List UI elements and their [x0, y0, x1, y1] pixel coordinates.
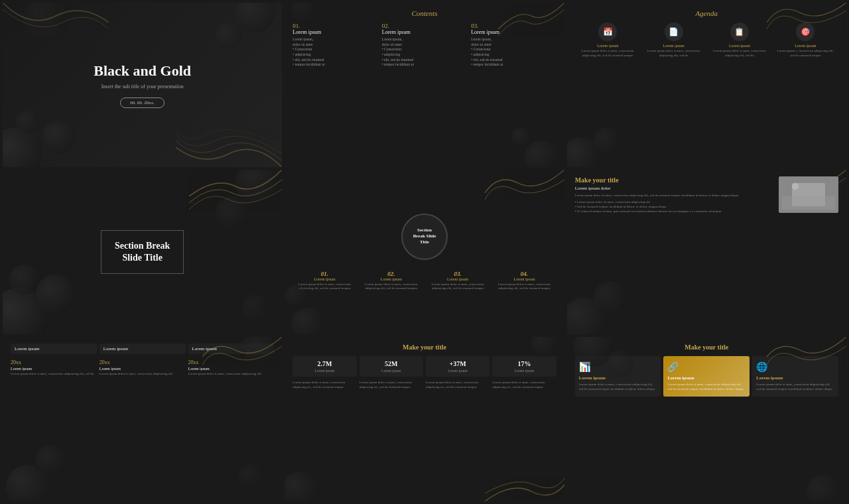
- agenda-text-1: Lorem ipsum dolor st amet, consectetur a…: [579, 49, 637, 58]
- stat-label-3: Lorem ipsum: [428, 369, 487, 373]
- card-title-3: Lorem ipsum: [756, 375, 834, 381]
- agenda-item-3: 📋 Lorem ipsum Lorem ipsum dolor st amet,…: [710, 23, 768, 58]
- stat-card-3: +37M Lorem ipsum: [426, 356, 490, 377]
- stat-label-2: Lorem ipsum: [362, 369, 421, 373]
- agenda-label-3: Lorem ipsum: [729, 44, 750, 48]
- tl-text-2: Lorem ipsum dolor st amet, consectetur a…: [99, 372, 186, 377]
- card-text-3: Lorem ipsum dolor st amet, consectetur a…: [756, 383, 834, 391]
- steps-row: 01. Lorem ipsum Lorem ipsum dolor st ame…: [291, 271, 557, 291]
- make-title: Make your title: [575, 176, 773, 184]
- card-title-2: Lorem ipsum: [667, 375, 746, 381]
- make-bullet-2: Sed do eiusmod tempor incididunt ut labo…: [575, 204, 773, 209]
- step-2-text: Lorem ipsum dolor st amet, consectetur a…: [361, 283, 422, 291]
- col-1-num: 01.: [293, 23, 377, 29]
- card-icon-3: 🌐: [756, 361, 834, 373]
- slide-6-content: Make your title Lorem ipsum dolor Lorem …: [575, 176, 773, 328]
- step-1-num: 01.: [294, 271, 355, 277]
- tl-title-2: Lorem ipsum: [99, 367, 186, 371]
- slide-5: Section Break Slide Title 01. Lorem ipsu…: [285, 170, 564, 334]
- agenda-icon-2: 📄: [665, 23, 683, 41]
- card-1: 📊 Lorem ipsum Lorem ipsum dolor st amet,…: [575, 356, 661, 397]
- slide-1: Black and Gold Insert the sub title of y…: [3, 3, 282, 167]
- stats-col-text-1: Lorem ipsum dolor st amet, consectetur a…: [293, 381, 356, 389]
- col-2-item: Lorem ipsum,dolor sit amet• Consectetur•…: [382, 37, 467, 68]
- col-1-item: Lorem ipsum,dolor sit amet• Consectetur•…: [293, 37, 377, 68]
- card-text-2: Lorem ipsum dolor st amet, consectetur a…: [667, 383, 746, 391]
- stat-label-1: Lorem ipsum: [295, 369, 354, 373]
- stat-label-4: Lorem ipsum: [495, 369, 553, 373]
- slide-9: Make your title 📊 Lorem ipsum Lorem ipsu…: [567, 337, 846, 501]
- stats-row: 2.7M Lorem ipsum 52M Lorem ipsum +37M Lo…: [293, 356, 556, 377]
- agenda-label-1: Lorem ipsum: [597, 44, 618, 48]
- agenda-icon-1: 📅: [598, 23, 617, 41]
- col-2-title: Lorem ipsum: [382, 29, 467, 35]
- make-bullet-1: Lorem ipsum dolor sit amet, consectetur …: [575, 200, 773, 204]
- card-3: 🌐 Lorem ipsum Lorem ipsum dolor st amet,…: [752, 356, 838, 397]
- stats-cols: Lorem ipsum dolor st amet, consectetur a…: [293, 381, 556, 389]
- contents-grid: 01. Lorem ipsum Lorem ipsum,dolor sit am…: [293, 23, 556, 68]
- step-1-title: Lorem ipsum: [294, 277, 355, 281]
- agenda-item-4: 🎯 Lorem ipsum Lorem ipsum t, consectetur…: [777, 23, 834, 58]
- agenda-label-2: Lorem ipsum: [663, 44, 685, 48]
- stats-col-text-3: Lorem ipsum dolor st amet, consectetur a…: [426, 381, 490, 389]
- col-3-num: 03.: [471, 23, 556, 29]
- agenda-text-2: Lorem ipsum dolor st amet, consectetur a…: [645, 49, 702, 58]
- col-2-num: 02.: [382, 23, 467, 29]
- tl-title-1: Lorem ipsum: [11, 367, 97, 371]
- slide-title: Black and Gold: [94, 62, 191, 80]
- tl-year-2: 20xx: [99, 359, 186, 365]
- slide-6-image: [779, 176, 838, 328]
- agenda-label-4: Lorem ipsum: [795, 44, 816, 48]
- make-bullet-3: Ut enim ad minim veniam, quis nostrud ex…: [575, 209, 773, 214]
- agenda-text-4: Lorem ipsum t, consectetur adipiscing el…: [777, 49, 834, 58]
- contents-title: Contents: [293, 9, 556, 17]
- section-break-box: Section Break Slide Title: [101, 230, 184, 274]
- step-2-num: 02.: [361, 271, 422, 277]
- timeline-item-1: 20xx Lorem ipsum Lorem ipsum dolor st am…: [11, 359, 97, 377]
- step-2-title: Lorem ipsum: [361, 277, 422, 281]
- agenda-item-1: 📅 Lorem ipsum Lorem ipsum dolor st amet,…: [579, 23, 637, 58]
- stats-title: Make your title: [293, 344, 556, 351]
- step-1: 01. Lorem ipsum Lorem ipsum dolor st ame…: [294, 271, 355, 291]
- step-1-text: Lorem ipsum dolor st amet, consectetur a…: [294, 283, 355, 291]
- section-circle: Section Break Slide Title: [401, 214, 448, 260]
- step-3-num: 03.: [427, 271, 488, 277]
- card-icon-1: 📊: [579, 361, 657, 373]
- agenda-item-2: 📄 Lorem ipsum Lorem ipsum dolor st amet,…: [645, 23, 702, 58]
- timeline-item-3: 20xx Lorem ipsum Lorem ipsum dolor st am…: [188, 359, 275, 377]
- slide-6: Make your title Lorem ipsum dolor Lorem …: [567, 170, 846, 334]
- slide-2: Contents 01. Lorem ipsum Lorem ipsum,dol…: [285, 3, 564, 167]
- step-4-text: Lorem ipsum dolor st amet, consectetur a…: [493, 283, 555, 291]
- card-text-1: Lorem ipsum dolor st amet, consectetur a…: [579, 383, 657, 391]
- card-2-gold: 🔗 Lorem ipsum Lorem ipsum dolor st amet,…: [663, 356, 750, 397]
- timeline-header-1: Lorem ipsum: [11, 344, 97, 354]
- timeline-headers: Lorem ipsum Lorem ipsum Lorem ipsum: [11, 344, 274, 354]
- svg-rect-3: [782, 196, 835, 210]
- tl-text-3: Lorem ipsum dolor st amet, consectetur a…: [188, 372, 275, 377]
- slide-8: Make your title 2.7M Lorem ipsum 52M Lor…: [285, 337, 564, 501]
- timeline-item-2: 20xx Lorem ipsum Lorem ipsum dolor st am…: [99, 359, 186, 377]
- cards-title: Make your title: [575, 344, 838, 351]
- tl-title-3: Lorem ipsum: [188, 367, 275, 371]
- step-2: 02. Lorem ipsum Lorem ipsum dolor st ame…: [361, 271, 422, 291]
- card-icon-2: 🔗: [667, 361, 746, 373]
- step-3-text: Lorem ipsum dolor st amet, consectetur a…: [427, 283, 488, 291]
- agenda-text-3: Lorem ipsum dolor st amet, consectetur a…: [710, 49, 768, 58]
- slide-7: Lorem ipsum Lorem ipsum Lorem ipsum 20xx…: [3, 337, 282, 501]
- stat-card-4: 17% Lorem ipsum: [492, 356, 556, 377]
- step-4-num: 04.: [493, 271, 555, 277]
- stat-number-4: 17%: [495, 360, 553, 367]
- timeline-items: 20xx Lorem ipsum Lorem ipsum dolor st am…: [11, 359, 274, 377]
- contents-col-2: 02. Lorem ipsum Lorem ipsum,dolor sit am…: [382, 23, 467, 68]
- cards-row: 📊 Lorem ipsum Lorem ipsum dolor st amet,…: [575, 356, 838, 397]
- step-4: 04. Lorem ipsum Lorem ipsum dolor st ame…: [493, 271, 555, 291]
- stat-card-2: 52M Lorem ipsum: [359, 356, 423, 377]
- stat-number-3: +37M: [428, 360, 487, 367]
- agenda-icons-row: 📅 Lorem ipsum Lorem ipsum dolor st amet,…: [575, 23, 838, 58]
- stats-col-text-2: Lorem ipsum dolor st amet, consectetur a…: [359, 381, 423, 389]
- slide-image-box: [779, 176, 838, 213]
- date-badge: 00. 00. 20xx.: [120, 97, 164, 108]
- slide-4: Section Break Slide Title: [3, 170, 282, 334]
- timeline-header-3: Lorem ipsum: [188, 344, 275, 354]
- agenda-icon-4: 🎯: [796, 23, 815, 41]
